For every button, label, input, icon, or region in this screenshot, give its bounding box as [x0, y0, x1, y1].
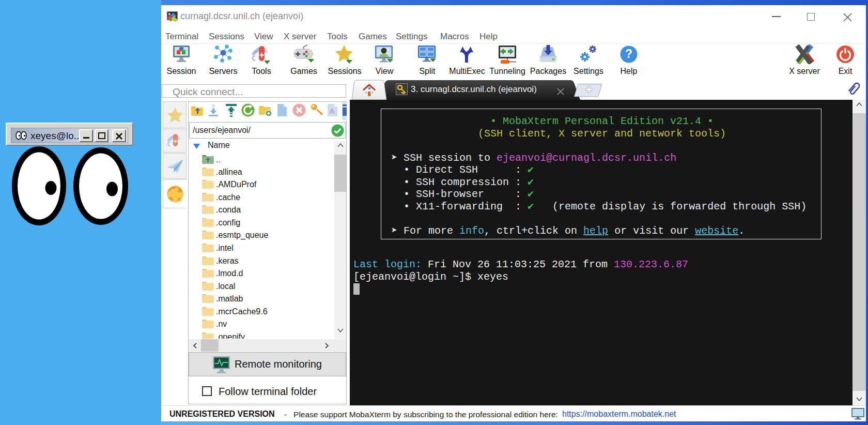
svg-text:?: ?: [625, 47, 632, 60]
svg-text:A: A: [330, 107, 335, 115]
